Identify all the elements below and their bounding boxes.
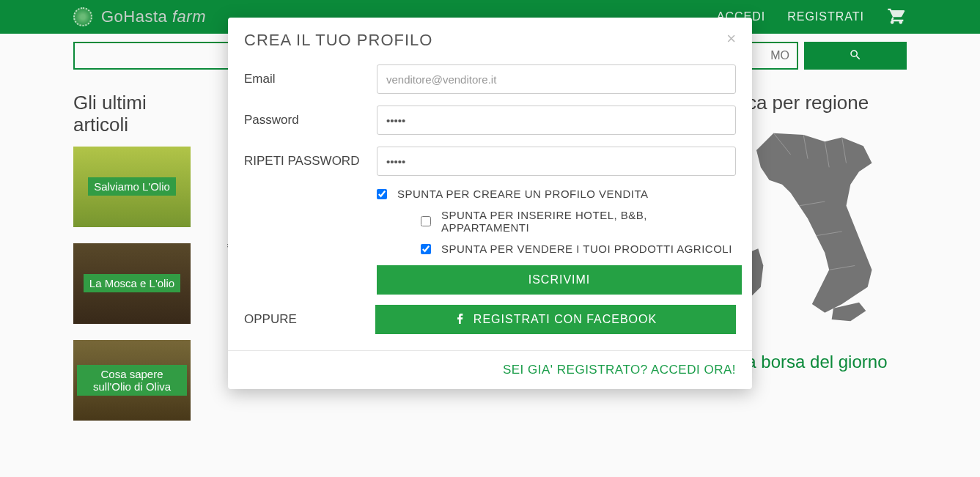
agri-checkbox[interactable] — [421, 244, 431, 254]
agri-checkbox-row: SPUNTA PER VENDERE I TUOI PRODOTTI AGRIC… — [421, 243, 736, 255]
email-row: Email — [244, 64, 736, 94]
modal-footer: SEI GIA' REGISTRATO? ACCEDI ORA! — [228, 350, 752, 389]
email-field[interactable] — [377, 64, 736, 94]
password-row: Password — [244, 106, 736, 135]
repeat-password-label: RIPETI PASSWORD — [244, 154, 365, 169]
repeat-password-field[interactable] — [377, 147, 736, 176]
email-label: Email — [244, 72, 365, 86]
facebook-icon — [454, 312, 466, 327]
oppure-label: OPPURE — [244, 312, 364, 327]
modal-title: CREA IL TUO PROFILO — [244, 31, 432, 50]
oppure-row: OPPURE REGISTRATI CON FACEBOOK — [244, 305, 736, 334]
password-field[interactable] — [377, 106, 736, 135]
facebook-register-label: REGISTRATI CON FACEBOOK — [474, 313, 657, 326]
register-modal: CREA IL TUO PROFILO × Email Password RIP… — [228, 18, 752, 389]
seller-profile-checkbox[interactable] — [377, 189, 387, 199]
password-label: Password — [244, 113, 365, 127]
seller-profile-checkbox-row: SPUNTA PER CREARE UN PROFILO VENDITA — [377, 188, 736, 200]
facebook-register-button[interactable]: REGISTRATI CON FACEBOOK — [375, 305, 736, 334]
submit-row: ISCRIVIMI — [377, 265, 736, 295]
submit-label: ISCRIVIMI — [528, 273, 591, 286]
hotel-checkbox-row: SPUNTA PER INSERIRE HOTEL, B&B, APPARTAM… — [421, 209, 736, 234]
agri-checkbox-label: SPUNTA PER VENDERE I TUOI PRODOTTI AGRIC… — [441, 243, 732, 255]
already-registered-link[interactable]: SEI GIA' REGISTRATO? ACCEDI ORA! — [503, 363, 736, 377]
modal-header: CREA IL TUO PROFILO × — [228, 18, 752, 54]
seller-profile-checkbox-label: SPUNTA PER CREARE UN PROFILO VENDITA — [397, 188, 649, 200]
submit-button[interactable]: ISCRIVIMI — [377, 265, 742, 295]
modal-body: Email Password RIPETI PASSWORD SPUNTA PE… — [228, 54, 752, 350]
hotel-checkbox[interactable] — [421, 216, 431, 226]
modal-overlay: CREA IL TUO PROFILO × Email Password RIP… — [0, 0, 980, 477]
repeat-password-row: RIPETI PASSWORD — [244, 147, 736, 176]
hotel-checkbox-label: SPUNTA PER INSERIRE HOTEL, B&B, APPARTAM… — [441, 209, 736, 234]
close-icon[interactable]: × — [726, 31, 736, 47]
